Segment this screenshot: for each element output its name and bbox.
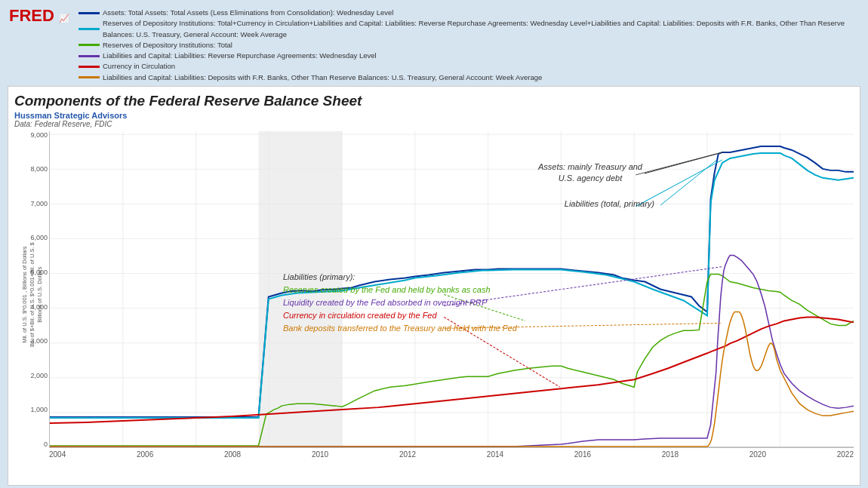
legend-color-6 <box>78 76 100 78</box>
chart-row: Mil. of U.S. $*0.001 , Billions of Dolla… <box>14 131 854 459</box>
legend-color-1 <box>78 12 100 14</box>
y-tick-9: 9,000 <box>25 131 48 139</box>
legend-label-4: Liabilities and Capital: Liabilities: Re… <box>103 51 377 61</box>
legend-color-5 <box>78 66 100 68</box>
page-container: FRED 📈 Assets: Total Assets: Total Asset… <box>0 0 868 488</box>
x-tick-2012: 2012 <box>399 450 416 459</box>
legend-row-5: Currency in Circulation <box>78 61 859 72</box>
legend-area: Assets: Total Assets: Total Assets (Less… <box>78 8 859 83</box>
y-tick-8: 8,000 <box>25 165 48 173</box>
x-tick-2010: 2010 <box>312 450 328 459</box>
x-tick-2018: 2018 <box>662 450 679 459</box>
chart-container: Components of the Federal Reserve Balanc… <box>8 86 860 486</box>
x-tick-2004: 2004 <box>49 450 66 459</box>
x-tick-2006: 2006 <box>137 450 153 459</box>
legend-color-3 <box>78 44 100 46</box>
fred-logo-icon: 📈 <box>59 14 69 23</box>
y-ticks: 0 1,000 2,000 3,000 4,000 5,000 6,000 7,… <box>25 131 48 448</box>
legend-color-4 <box>78 55 100 57</box>
chart-svg <box>49 131 854 448</box>
legend-row-2: Reserves of Depository Institutions: Tot… <box>78 18 859 40</box>
y-tick-2: 2,000 <box>25 372 48 379</box>
legend-label-3: Reserves of Depository Institutions: Tot… <box>103 40 232 51</box>
legend-row-4: Liabilities and Capital: Liabilities: Re… <box>78 51 859 61</box>
y-tick-5: 5,000 <box>25 269 48 276</box>
legend-label-1: Assets: Total Assets: Total Assets (Less… <box>103 8 393 18</box>
legend-row-1: Assets: Total Assets: Total Assets (Less… <box>78 8 859 18</box>
y-tick-7: 7,000 <box>25 200 48 207</box>
x-tick-2022: 2022 <box>837 450 854 459</box>
y-tick-3: 3,000 <box>25 337 48 345</box>
x-tick-2014: 2014 <box>487 450 503 459</box>
y-tick-4: 4,000 <box>25 303 48 311</box>
legend-color-2 <box>78 28 100 30</box>
x-axis-labels: 2004 2006 2008 2010 2012 2014 2016 2018 … <box>49 450 854 459</box>
y-tick-0: 0 <box>25 440 48 448</box>
x-tick-2016: 2016 <box>574 450 591 459</box>
chart-body: 0 1,000 2,000 3,000 4,000 5,000 6,000 7,… <box>49 131 854 459</box>
legend-label-5: Currency in Circulation <box>103 61 175 72</box>
legend-label-6: Liabilities and Capital: Liabilities: De… <box>103 72 542 83</box>
legend-label-2: Reserves of Depository Institutions: Tot… <box>103 18 859 40</box>
chart-datasource: Data: Federal Reserve, FDIC <box>14 120 854 128</box>
legend-row-6: Liabilities and Capital: Liabilities: De… <box>78 72 859 83</box>
chart-title: Components of the Federal Reserve Balanc… <box>14 93 854 109</box>
fred-logo: FRED 📈 <box>9 8 69 24</box>
y-tick-1: 1,000 <box>25 406 48 413</box>
x-tick-2020: 2020 <box>749 450 766 459</box>
chart-subtitle: Hussman Strategic Advisors <box>14 111 854 120</box>
legend-row-3: Reserves of Depository Institutions: Tot… <box>78 40 859 51</box>
x-tick-2008: 2008 <box>224 450 241 459</box>
y-tick-6: 6,000 <box>25 234 48 241</box>
header-bar: FRED 📈 Assets: Total Assets: Total Asset… <box>5 5 863 84</box>
